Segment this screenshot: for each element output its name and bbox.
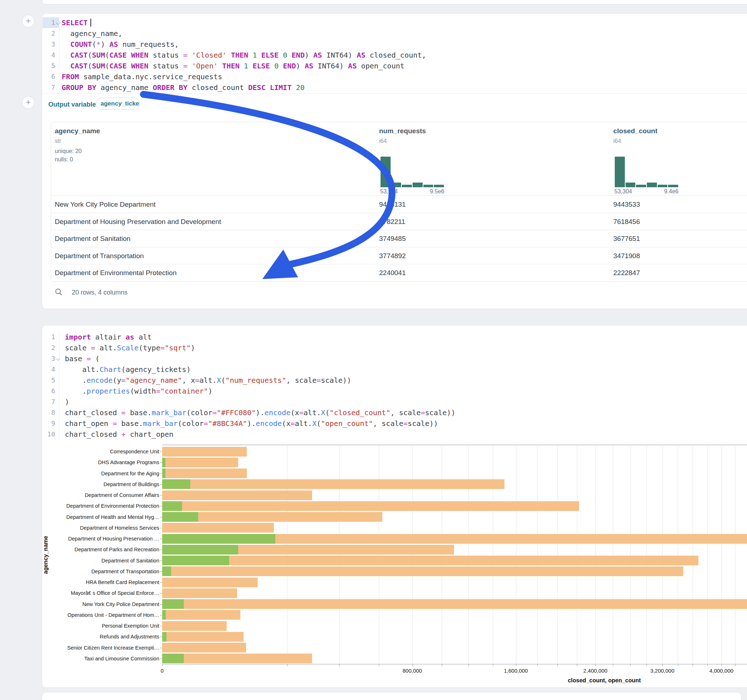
chart-bar-closed bbox=[162, 458, 238, 468]
code-token: closed_count bbox=[188, 83, 248, 92]
code-text: .encode(y="agency_name", x=alt.X("num_re… bbox=[65, 375, 351, 386]
code-line[interactable]: 9chart_open = base.mark_bar(color="#8BC3… bbox=[42, 418, 747, 429]
table-row[interactable]: Department of Housing Preservation and D… bbox=[51, 213, 747, 231]
line-number: 1 bbox=[42, 17, 55, 28]
code-line[interactable]: 3base = ( bbox=[42, 353, 747, 364]
code-token: base bbox=[65, 355, 86, 363]
code-token: (y bbox=[112, 376, 121, 385]
chart-bar-closed bbox=[162, 566, 683, 576]
code-line[interactable]: 4 CAST(SUM(CASE WHEN status = 'Closed' T… bbox=[42, 50, 747, 60]
code-line[interactable]: 5 CAST(SUM(CASE WHEN status = 'Open' THE… bbox=[42, 60, 747, 71]
code-line[interactable]: 6 .properties(width="container") bbox=[42, 386, 747, 397]
code-token: AS bbox=[357, 51, 365, 59]
y-axis-label: Department of Housing Preservation … bbox=[68, 536, 159, 542]
code-token: status bbox=[148, 51, 183, 59]
code-line[interactable]: 7GROUP BY agency_name ORDER BY closed_co… bbox=[42, 82, 747, 93]
code-token bbox=[127, 51, 131, 59]
search-icon[interactable] bbox=[54, 288, 63, 296]
code-token: ( bbox=[105, 62, 109, 70]
chart-bar-open bbox=[162, 512, 198, 522]
table-row[interactable]: New York City Police Department945313194… bbox=[51, 196, 747, 213]
code-line[interactable]: 5 .encode(y="agency_name", x=alt.X("num_… bbox=[42, 375, 747, 386]
x-axis-line bbox=[162, 664, 747, 664]
next-cell-edge bbox=[42, 692, 742, 700]
table-row[interactable]: Department of Sanitation37494853677651 bbox=[51, 230, 747, 247]
code-token bbox=[292, 83, 296, 92]
y-axis-label: Senior Citizen Rent Increase Exempti… bbox=[67, 644, 159, 651]
code-token: WHEN bbox=[131, 62, 148, 70]
grid-line bbox=[613, 446, 613, 664]
code-line[interactable]: 2scale = alt.Scale(type="sqrt") bbox=[42, 342, 747, 353]
code-token: = bbox=[316, 376, 321, 385]
code-token: encode bbox=[86, 376, 112, 385]
y-axis-label: DHS Advantage Programs bbox=[98, 459, 159, 466]
code-token: 20 bbox=[296, 83, 304, 92]
code-line[interactable]: 2 agency_name, bbox=[42, 28, 747, 39]
code-token: AS bbox=[348, 62, 357, 70]
fold-chevron-icon[interactable] bbox=[56, 21, 60, 24]
x-axis-tick-label: 800,000 bbox=[402, 668, 422, 674]
code-token: CAST bbox=[70, 62, 88, 70]
code-line[interactable]: 1SELECT bbox=[42, 17, 747, 28]
x-axis-tick-label: 4,000,000 bbox=[709, 668, 734, 674]
python-editor[interactable]: 1import altair as alt2scale = alt.Scale(… bbox=[42, 332, 747, 440]
code-line[interactable]: 7) bbox=[42, 397, 747, 407]
y-axis-label: Department of Parks and Recreation bbox=[75, 546, 159, 553]
code-token: , scale bbox=[373, 419, 403, 428]
code-line[interactable]: 8chart_closed = base.mark_bar(color="#FF… bbox=[42, 407, 747, 418]
code-token bbox=[257, 51, 261, 59]
grid-line bbox=[693, 446, 693, 664]
code-token: (color bbox=[178, 419, 204, 428]
add-cell-button[interactable]: + bbox=[22, 96, 35, 109]
y-axis-label: Department of Consumer Affairs bbox=[85, 492, 159, 498]
chart-scrollbar[interactable] bbox=[162, 444, 747, 445]
python-cell-card: 1import altair as alt2scale = alt.Scale(… bbox=[42, 325, 747, 688]
sql-editor[interactable]: 1SELECT2 agency_name,3 COUNT(*) AS num_r… bbox=[42, 17, 747, 93]
code-text: GROUP BY agency_name ORDER BY closed_cou… bbox=[62, 82, 304, 93]
code-token: = bbox=[86, 355, 91, 363]
code-token bbox=[188, 62, 192, 70]
code-text: .properties(width="container") bbox=[65, 386, 212, 397]
column-type: i64 bbox=[379, 138, 387, 144]
line-number: 1 bbox=[42, 332, 55, 342]
chart-bar-closed bbox=[162, 588, 237, 598]
fold-chevron-icon[interactable] bbox=[56, 356, 60, 361]
table-row[interactable]: Department of Transportation377489234719… bbox=[51, 247, 747, 265]
column-type: str bbox=[55, 138, 61, 144]
line-number: 7 bbox=[42, 397, 55, 407]
add-cell-button[interactable]: + bbox=[22, 15, 35, 27]
code-token: encode bbox=[265, 408, 290, 417]
previous-cell-edge bbox=[42, 0, 747, 5]
code-token: = bbox=[299, 408, 303, 417]
code-line[interactable]: 3 COUNT(*) AS num_requests, bbox=[42, 39, 747, 50]
code-line[interactable]: 10chart_closed + chart_open bbox=[42, 429, 747, 440]
data-preview-table: agency_namestrunique: 20nulls: 0num_requ… bbox=[51, 122, 747, 282]
grid-line bbox=[493, 446, 493, 664]
histogram-bar bbox=[636, 185, 646, 187]
histogram-bar bbox=[391, 183, 401, 187]
code-token: , scale bbox=[286, 376, 316, 385]
code-token: ) bbox=[296, 62, 304, 70]
code-token: THEN bbox=[231, 51, 248, 59]
code-token: alt bbox=[135, 333, 152, 341]
code-token: alt. bbox=[65, 365, 100, 374]
table-row[interactable]: Department of Environmental Protection22… bbox=[51, 264, 747, 282]
code-token: ). bbox=[256, 408, 265, 417]
code-token: , x bbox=[182, 376, 195, 385]
code-token: SUM bbox=[92, 51, 105, 59]
code-token: Scale bbox=[117, 344, 139, 352]
code-token: 0 bbox=[274, 62, 278, 70]
code-token: 'Open' bbox=[192, 62, 218, 70]
grid-line bbox=[516, 446, 516, 664]
table-cell: 7782211 bbox=[379, 213, 405, 231]
y-axis-label: Personal Exemption Unit bbox=[101, 623, 159, 629]
code-line[interactable]: 1import altair as alt bbox=[42, 332, 747, 342]
code-line[interactable]: 6FROM sample_data.nyc.service_requests bbox=[42, 71, 747, 82]
output-variable-pill[interactable]: agency_tickets bbox=[96, 98, 140, 110]
chart-bar-open bbox=[162, 534, 275, 544]
code-token: chart_open bbox=[126, 430, 173, 439]
code-line[interactable]: 4 alt.Chart(agency_tickets) bbox=[42, 364, 747, 375]
y-axis-label: Department of Environmental Protection bbox=[66, 503, 159, 509]
y-axis-label: Correspondence Unit bbox=[110, 448, 159, 455]
histogram-bar bbox=[626, 183, 636, 187]
